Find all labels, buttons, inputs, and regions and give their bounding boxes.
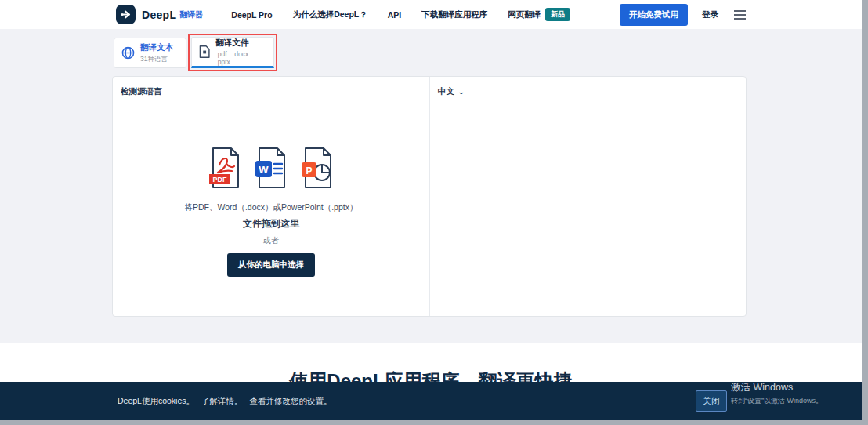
tab-file-sublabel: .pdf .docx .pptx — [215, 50, 266, 66]
drop-instruction-line2: 文件拖到这里 — [243, 217, 299, 231]
globe-icon — [121, 46, 135, 60]
choose-file-button[interactable]: 从你的电脑中选择 — [227, 253, 315, 277]
brand-suffix: 翻译器 — [179, 9, 203, 20]
file-drop-zone[interactable]: PDF W P — [113, 77, 429, 316]
drop-instruction-line1: 将PDF、Word（.docx）或PowerPoint（.pptx） — [185, 202, 358, 213]
browser-viewport: DeepL 翻译器 DeepL Pro 为什么选择DeepL？ API 下载翻译… — [0, 0, 862, 420]
word-file-icon: W — [253, 146, 289, 190]
cookie-banner: DeepL使用cookies。 了解详情。 查看并修改您的设置。 关闭 — [0, 382, 862, 420]
svg-text:PDF: PDF — [213, 176, 228, 183]
login-link[interactable]: 登录 — [702, 9, 718, 20]
tab-text-label: 翻译文本 — [140, 42, 173, 53]
document-icon — [199, 45, 210, 59]
cookie-prefix: DeepL使用cookies。 — [118, 396, 194, 405]
new-badge: 新品 — [545, 8, 570, 21]
hamburger-menu-icon[interactable] — [734, 10, 746, 20]
cookie-details-link[interactable]: 了解详情。 — [201, 396, 243, 405]
cookie-settings-link[interactable]: 查看并修改您的设置。 — [249, 396, 331, 405]
tab-translate-text[interactable]: 翻译文本 31种语言 — [114, 38, 186, 68]
nav-item-why-deepl[interactable]: 为什么选择DeepL？ — [293, 9, 367, 20]
target-language-selector[interactable]: 中文 ⌄ — [438, 86, 465, 97]
svg-text:W: W — [259, 164, 269, 176]
file-type-icons: PDF W P — [207, 146, 335, 190]
chevron-down-icon: ⌄ — [457, 88, 465, 96]
brand-name[interactable]: DeepL — [142, 9, 176, 21]
tab-file-label: 翻译文件 — [215, 38, 266, 49]
tab-text-sublabel: 31种语言 — [140, 55, 173, 64]
svg-text:P: P — [306, 165, 312, 176]
nav-item-api[interactable]: API — [388, 10, 402, 20]
nav-item-web-translate[interactable]: 网页翻译新品 — [508, 8, 570, 21]
powerpoint-file-icon: P — [299, 146, 335, 190]
nav-item-pro[interactable]: DeepL Pro — [231, 10, 272, 20]
cookie-text: DeepL使用cookies。 了解详情。 查看并修改您的设置。 — [118, 396, 331, 407]
deepl-logo-icon[interactable] — [116, 5, 136, 24]
tab-translate-files[interactable]: 翻译文件 .pdf .docx .pptx — [191, 37, 274, 68]
nav-item-apps-download[interactable]: 下载翻译应用程序 — [421, 9, 487, 20]
pdf-file-icon: PDF — [207, 146, 243, 190]
top-navbar: DeepL 翻译器 DeepL Pro 为什么选择DeepL？ API 下载翻译… — [0, 0, 862, 29]
pane-divider — [429, 77, 430, 316]
translator-card: 检测源语言 中文 ⌄ PDF W — [112, 76, 747, 317]
free-trial-button[interactable]: 开始免费试用 — [620, 4, 688, 26]
or-text: 或者 — [263, 235, 279, 246]
cookie-close-button[interactable]: 关闭 — [696, 390, 727, 412]
